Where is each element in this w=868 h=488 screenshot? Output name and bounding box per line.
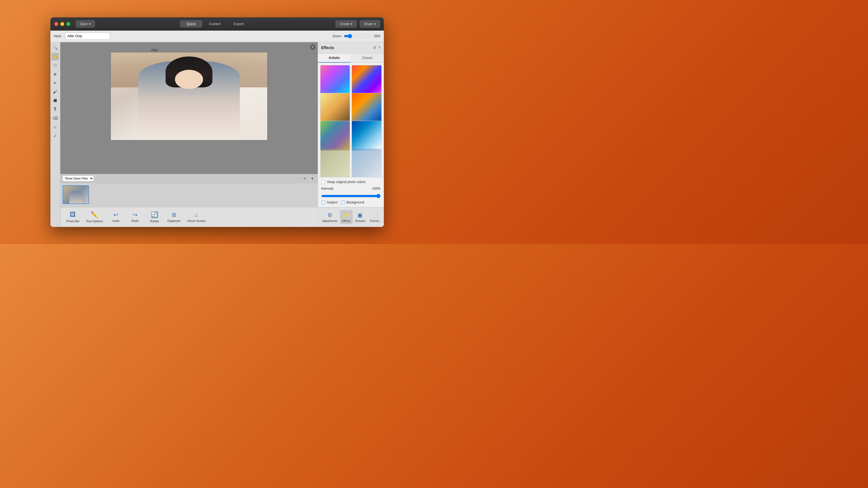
after-label: After bbox=[151, 48, 158, 52]
share-button[interactable]: Share ▾ bbox=[360, 20, 380, 28]
effect-impressionist[interactable] bbox=[320, 121, 350, 151]
minimize-traffic-light[interactable] bbox=[60, 22, 64, 26]
view-toolbar: View: After Only Before Only Before & Af… bbox=[51, 31, 384, 42]
bottom-toolbar: 🖼 Photo Bin ✏️ Tool Options ↩ Undo ↪ Red… bbox=[60, 207, 318, 227]
maximize-traffic-light[interactable] bbox=[66, 22, 70, 26]
chevron-down-icon: ▾ bbox=[374, 22, 376, 26]
image-frame bbox=[111, 52, 268, 140]
title-bar: Open ▾ Quick Guided Expert Create ▾ Shar… bbox=[51, 18, 384, 31]
photo-thumbnail[interactable] bbox=[63, 185, 89, 204]
transform-tool-button[interactable]: ⤢ bbox=[51, 132, 59, 140]
right-panel-controls: Keep original photo colors Intensity 100… bbox=[318, 177, 384, 207]
textures-icon: ▣ bbox=[358, 212, 363, 218]
textures-label: Textures bbox=[355, 220, 365, 223]
effect-sketch-1[interactable] bbox=[320, 149, 350, 177]
subject-checkbox[interactable]: ✓ bbox=[321, 200, 325, 204]
refresh-icon[interactable]: ↺ bbox=[373, 46, 376, 50]
close-canvas-button[interactable]: × bbox=[310, 45, 315, 50]
eyedropper-tool-button[interactable]: ✒ bbox=[51, 79, 59, 87]
photo-bin-icon: 🖼 bbox=[70, 211, 76, 218]
zoom-slider[interactable] bbox=[344, 34, 371, 38]
home-screen-button[interactable]: ⌂ Home Screen bbox=[184, 210, 209, 224]
organizer-button[interactable]: ⊞ Organizer bbox=[164, 210, 184, 224]
move-tool-button[interactable]: ✋ bbox=[51, 53, 59, 60]
redo-button[interactable]: ↪ Redo bbox=[125, 210, 145, 224]
undo-icon: ↩ bbox=[114, 211, 118, 218]
intensity-label: Intensity bbox=[321, 186, 372, 191]
undo-label: Undo bbox=[112, 219, 119, 223]
view-label: View: bbox=[54, 34, 62, 38]
chevron-down-icon: ▾ bbox=[89, 22, 91, 26]
photo-bin: Show Open Files ≡ ▾ bbox=[60, 174, 318, 207]
help-icon[interactable]: ? bbox=[378, 46, 380, 50]
close-traffic-light[interactable] bbox=[54, 22, 58, 26]
effects-bottom-button[interactable]: ✨ Effects bbox=[340, 210, 352, 224]
effects-tabs: Artistic Classic bbox=[318, 54, 384, 63]
adjustments-button[interactable]: ⚙ Adjustments bbox=[320, 210, 340, 224]
tab-expert[interactable]: Expert bbox=[227, 20, 251, 28]
eraser-tool-button[interactable]: ⌫ bbox=[51, 114, 59, 122]
left-toolbar: 🔍 ✋ ⬡ ⊕ ✒ 🖌 ⬛ T ⌫ ⊹ ⤢ bbox=[51, 42, 60, 227]
redo-label: Redo bbox=[131, 219, 138, 223]
view-select[interactable]: After Only Before Only Before & After Ho… bbox=[65, 32, 110, 40]
rotate-button[interactable]: 🔄 Rotate bbox=[145, 209, 164, 224]
image-canvas[interactable] bbox=[111, 52, 267, 140]
redo-icon: ↪ bbox=[133, 211, 137, 218]
tool-options-button[interactable]: ✏️ Tool Options bbox=[83, 209, 106, 224]
effect-great-wave[interactable] bbox=[351, 121, 382, 151]
brush-tool-button[interactable]: 🖌 bbox=[51, 88, 59, 96]
photo-bin-label: Photo Bin bbox=[66, 220, 80, 223]
tab-artistic[interactable]: Artistic bbox=[318, 54, 351, 63]
tab-guided[interactable]: Guided bbox=[202, 20, 227, 28]
effect-portrait-art[interactable] bbox=[351, 93, 382, 123]
search-tool-button[interactable]: 🔍 bbox=[51, 44, 59, 52]
organizer-icon: ⊞ bbox=[172, 211, 176, 218]
subject-label: Subject bbox=[327, 200, 338, 204]
bin-list-view-button[interactable]: ≡ bbox=[302, 175, 308, 181]
zoom-label: Zoom: bbox=[332, 34, 342, 38]
keep-colors-label: Keep original photo colors bbox=[328, 180, 366, 184]
photo-bin-header: Show Open Files ≡ ▾ bbox=[60, 174, 318, 183]
frames-label: Frames bbox=[370, 220, 379, 223]
main-layout: 🔍 ✋ ⬡ ⊕ ✒ 🖌 ⬛ T ⌫ ⊹ ⤢ After × bbox=[51, 42, 384, 227]
tab-bar: Quick Guided Expert bbox=[95, 20, 336, 28]
tool-options-label: Tool Options bbox=[86, 220, 103, 223]
organizer-label: Organizer bbox=[167, 219, 181, 223]
title-bar-actions: Create ▾ Share ▾ bbox=[336, 20, 380, 28]
tab-quick[interactable]: Quick bbox=[180, 20, 202, 28]
intensity-slider[interactable] bbox=[321, 194, 380, 198]
right-panel: Effects ↺ ? Artistic Classic bbox=[318, 42, 384, 227]
bin-expand-button[interactable]: ▾ bbox=[309, 175, 315, 181]
center-area: After × bbox=[60, 42, 318, 227]
tool-options-icon: ✏️ bbox=[91, 211, 98, 218]
lasso-tool-button[interactable]: ⬡ bbox=[51, 61, 59, 69]
frames-icon: ⬜ bbox=[371, 212, 378, 218]
target-tool-button[interactable]: ⊕ bbox=[51, 70, 59, 78]
effect-mosaic[interactable] bbox=[351, 65, 382, 95]
background-item: ✓ Background bbox=[341, 200, 364, 204]
photo-bin-content bbox=[60, 183, 318, 207]
zoom-value: 33% bbox=[374, 34, 380, 38]
intensity-row: Intensity 100% bbox=[321, 186, 380, 191]
tab-classic[interactable]: Classic bbox=[351, 54, 384, 63]
background-label: Background bbox=[347, 200, 364, 204]
canvas-area: After × bbox=[60, 42, 318, 174]
background-checkbox[interactable]: ✓ bbox=[341, 200, 345, 204]
keep-colors-checkbox[interactable] bbox=[321, 180, 325, 184]
undo-button[interactable]: ↩ Undo bbox=[106, 210, 125, 224]
text-tool-button[interactable]: T bbox=[51, 106, 59, 113]
create-button[interactable]: Create ▾ bbox=[336, 20, 356, 28]
rotate-icon: 🔄 bbox=[151, 211, 158, 218]
photo-bin-button[interactable]: 🖼 Photo Bin bbox=[63, 209, 83, 224]
textures-button[interactable]: ▣ Textures bbox=[353, 210, 368, 224]
right-bottom-toolbar: ⚙ Adjustments ✨ Effects ▣ Textures ⬜ Fra… bbox=[318, 207, 384, 227]
app-window: Open ▾ Quick Guided Expert Create ▾ Shar… bbox=[51, 18, 384, 227]
effect-mona-lisa[interactable] bbox=[320, 93, 350, 123]
frames-button[interactable]: ⬜ Frames bbox=[368, 210, 381, 224]
open-button[interactable]: Open ▾ bbox=[76, 20, 95, 28]
crop-tool-button[interactable]: ⊹ bbox=[51, 123, 59, 131]
show-open-files-select[interactable]: Show Open Files bbox=[63, 175, 94, 181]
shape-tool-button[interactable]: ⬛ bbox=[51, 97, 59, 105]
effect-sketch-2[interactable] bbox=[351, 149, 382, 177]
effect-colorful-lines[interactable] bbox=[320, 65, 350, 95]
